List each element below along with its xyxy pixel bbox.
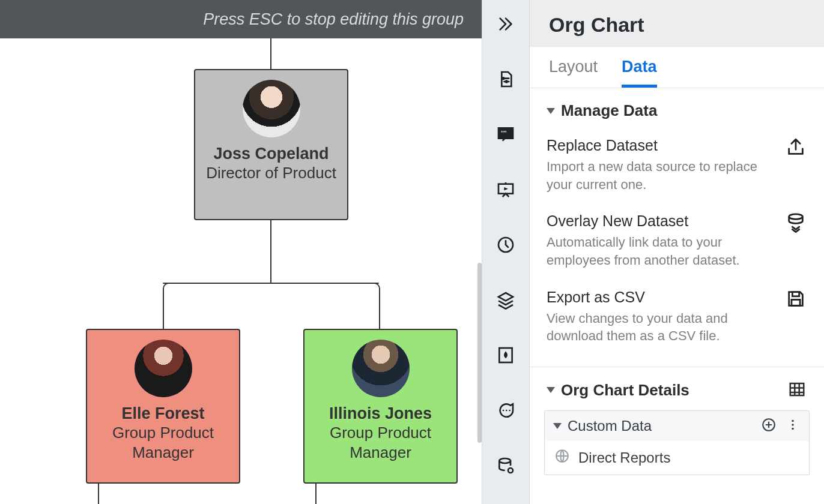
svg-point-7	[503, 410, 504, 412]
connector-line	[373, 283, 380, 290]
connector-line	[163, 283, 379, 284]
action-desc: Import a new data source to replace your…	[547, 158, 763, 193]
overlay-dataset-action[interactable]: Overlay New Dataset Automatically link d…	[547, 206, 807, 282]
node-title: Group Product Manager	[304, 423, 456, 462]
layers-icon[interactable]	[495, 289, 517, 311]
chevron-down-icon	[553, 423, 562, 429]
more-icon[interactable]	[785, 417, 801, 435]
orgchart-details-heading[interactable]: Org Chart Details	[530, 370, 824, 406]
custom-data-label: Custom Data	[568, 418, 652, 434]
manage-data-section: Manage Data Replace Dataset Import a new…	[530, 88, 824, 362]
chevron-down-icon	[547, 108, 555, 114]
avatar	[243, 80, 300, 137]
connector-line	[98, 484, 99, 504]
connector-line	[270, 38, 271, 69]
action-desc: Automatically link data to your employee…	[547, 233, 763, 269]
divider	[530, 367, 824, 367]
direct-reports-field[interactable]: Direct Reports	[545, 441, 809, 475]
clock-icon[interactable]	[495, 234, 517, 256]
quote-icon[interactable]: ""	[495, 124, 517, 145]
database-link-icon[interactable]	[495, 455, 517, 476]
connector-line	[163, 290, 164, 329]
org-node-director[interactable]: Joss Copeland Director of Product	[194, 69, 348, 220]
editing-hint-text: Press ESC to stop editing this group	[203, 10, 464, 29]
save-disk-icon	[786, 289, 807, 310]
org-node-illinois[interactable]: Illinois Jones Group Product Manager	[303, 329, 458, 484]
avatar	[352, 340, 410, 397]
svg-point-0	[503, 77, 504, 79]
document-settings-icon[interactable]	[495, 68, 517, 90]
orgchart-details-label: Org Chart Details	[561, 381, 689, 400]
table-icon[interactable]	[788, 380, 807, 400]
action-title: Export as CSV	[547, 289, 763, 306]
svg-point-1	[506, 81, 507, 83]
database-layers-icon	[786, 212, 807, 234]
chat-icon[interactable]	[495, 400, 517, 421]
node-name: Elle Forest	[87, 404, 239, 423]
properties-panel: Org Chart Layout Data Manage Data Replac…	[530, 0, 824, 504]
manage-data-heading[interactable]: Manage Data	[547, 101, 807, 120]
field-label: Direct Reports	[578, 449, 670, 466]
node-title: Group Product Manager	[87, 423, 239, 462]
connector-line	[379, 290, 380, 329]
node-name: Illinois Jones	[304, 404, 456, 423]
replace-dataset-action[interactable]: Replace Dataset Import a new data source…	[547, 131, 807, 206]
collapse-panel-icon[interactable]	[495, 13, 517, 35]
action-desc: View changes to your data and download t…	[547, 310, 763, 345]
svg-point-8	[506, 410, 507, 412]
presentation-icon[interactable]	[495, 179, 517, 200]
tab-data[interactable]: Data	[622, 58, 657, 88]
svg-point-17	[792, 424, 793, 425]
panel-title: Org Chart	[530, 0, 824, 47]
upload-icon	[786, 137, 807, 158]
svg-rect-14	[790, 383, 804, 395]
org-node-elle[interactable]: Elle Forest Group Product Manager	[86, 329, 240, 484]
action-title: Overlay New Dataset	[547, 212, 763, 230]
editing-hint-bar: Press ESC to stop editing this group	[0, 0, 482, 38]
svg-point-11	[789, 214, 803, 220]
drop-icon[interactable]	[495, 344, 517, 366]
diagram-canvas[interactable]: Press ESC to stop editing this group Jos…	[0, 0, 482, 504]
side-toolbar: ""	[482, 0, 530, 504]
manage-data-heading-label: Manage Data	[561, 101, 657, 120]
custom-data-heading[interactable]: Custom Data	[545, 411, 809, 441]
node-name: Joss Copeland	[195, 145, 347, 163]
action-title: Replace Dataset	[547, 137, 763, 154]
add-icon[interactable]	[761, 417, 777, 435]
svg-rect-12	[792, 292, 799, 296]
avatar	[135, 340, 192, 397]
export-csv-action[interactable]: Export as CSV View changes to your data …	[547, 283, 807, 358]
custom-data-box: Custom Data Direct Reports	[544, 410, 810, 475]
connector-line	[270, 220, 271, 283]
node-title: Director of Product	[195, 163, 347, 183]
tab-layout[interactable]: Layout	[549, 58, 598, 88]
connector-line	[315, 484, 317, 504]
panel-tabs: Layout Data	[530, 47, 824, 88]
scrollbar-thumb[interactable]	[477, 263, 482, 443]
globe-icon	[554, 448, 570, 467]
svg-text:"": ""	[501, 129, 507, 138]
svg-point-10	[499, 458, 510, 463]
svg-point-16	[792, 420, 793, 422]
svg-point-9	[509, 410, 510, 412]
chevron-down-icon	[547, 387, 555, 393]
svg-rect-13	[792, 299, 800, 305]
svg-point-18	[792, 428, 793, 430]
